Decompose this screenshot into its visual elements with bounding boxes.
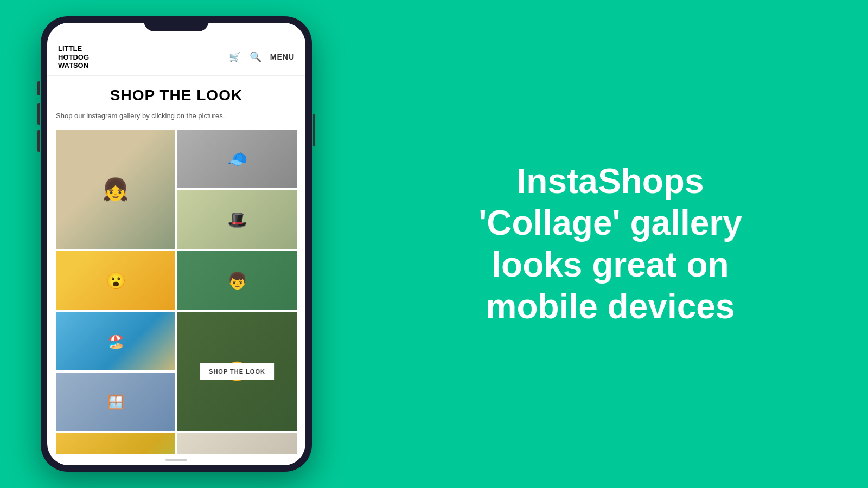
gallery-item-large-left[interactable]: 👧 (56, 130, 175, 249)
right-panel: InstaShops 'Collage' gallery looks great… (353, 0, 868, 488)
headline-line1: InstaShops (478, 160, 742, 202)
gallery-item-blue-hat-boy[interactable]: 👦 (177, 251, 297, 310)
app-logo: LITTLE HOTDOG WATSON (58, 44, 89, 70)
left-panel: LITTLE HOTDOG WATSON 🛒 🔍 MENU SHOP THE L… (0, 0, 353, 488)
gallery-item-top-right-2[interactable]: 🎩 (177, 190, 297, 249)
headline-line3: looks great on (478, 244, 742, 286)
cta-button[interactable]: SHOP THE LOOK (200, 363, 274, 380)
search-icon[interactable]: 🔍 (250, 51, 261, 63)
phone-volume-up (37, 103, 40, 125)
home-indicator (165, 459, 187, 461)
phone-bottom-bar (47, 454, 305, 465)
cart-icon[interactable]: 🛒 (229, 51, 241, 63)
header-icons: 🛒 🔍 MENU (229, 51, 295, 63)
gallery-item-yellow-hat[interactable]: 😮 (56, 251, 175, 310)
gallery-item-outdoor[interactable]: 🪟 (56, 373, 175, 431)
gallery-item-beach[interactable]: 🏖️ (56, 312, 175, 370)
headline-line2: 'Collage' gallery (478, 202, 742, 244)
menu-button[interactable]: MENU (270, 53, 295, 61)
headline-text: InstaShops 'Collage' gallery looks great… (478, 160, 742, 327)
phone-power-button (313, 114, 315, 146)
phone-volume-silent (37, 81, 40, 95)
gallery-item-august[interactable]: Your AUGUST Adventures (56, 433, 175, 454)
app-content: SHOP THE LOOK Shop our instagram gallery… (47, 76, 305, 454)
page-title: SHOP THE LOOK (56, 87, 297, 104)
gallery-item-top-right-1[interactable]: 🧢 (177, 130, 297, 188)
phone-frame: LITTLE HOTDOG WATSON 🛒 🔍 MENU SHOP THE L… (41, 16, 312, 472)
headline-line4: mobile devices (478, 286, 742, 328)
phone-volume-down (37, 130, 40, 152)
phone-notch (144, 23, 209, 31)
page-subtitle: Shop our instagram gallery by clicking o… (56, 111, 297, 121)
gallery-item-walking[interactable]: 🚶 (177, 433, 297, 454)
phone-screen: LITTLE HOTDOG WATSON 🛒 🔍 MENU SHOP THE L… (47, 23, 305, 465)
gallery-grid: 👧 🧢 🎩 😮 👦 (56, 130, 297, 454)
gallery-item-boy-hat[interactable]: 😊 SHOP THE LOOK (177, 312, 297, 431)
